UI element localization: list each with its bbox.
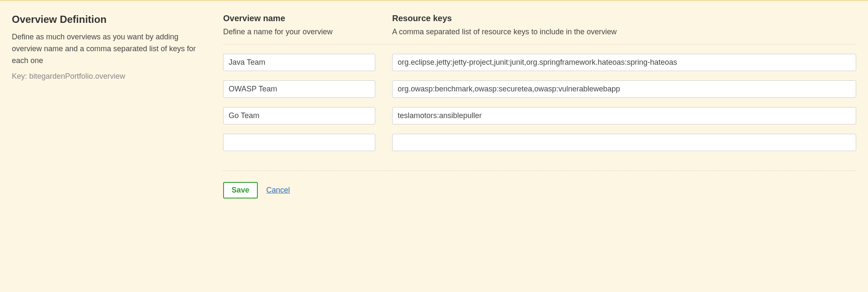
setting-key: Key: bitegardenPortfolio.overview: [12, 72, 206, 81]
column-keys-title: Resource keys: [392, 14, 856, 23]
columns-header: Overview name Define a name for your ove…: [223, 14, 856, 44]
left-panel: Overview Definition Define as much overv…: [12, 14, 206, 198]
column-name-header: Overview name Define a name for your ove…: [223, 14, 375, 36]
divider: [223, 171, 856, 171]
section-description: Define as much overviews as you want by …: [12, 31, 206, 67]
resource-keys-input[interactable]: [392, 54, 856, 71]
right-panel: Overview name Define a name for your ove…: [223, 14, 856, 198]
cancel-link[interactable]: Cancel: [266, 186, 290, 195]
overview-name-input[interactable]: [223, 134, 375, 151]
section-title: Overview Definition: [12, 14, 206, 25]
resource-keys-input[interactable]: [392, 134, 856, 151]
column-keys-header: Resource keys A comma separated list of …: [392, 14, 856, 36]
column-keys-desc: A comma separated list of resource keys …: [392, 28, 856, 36]
save-button[interactable]: Save: [223, 182, 258, 198]
form-row: [223, 107, 856, 124]
settings-container: Overview Definition Define as much overv…: [12, 14, 856, 198]
column-name-title: Overview name: [223, 14, 375, 23]
actions: Save Cancel: [223, 182, 856, 198]
overview-name-input[interactable]: [223, 80, 375, 98]
form-row: [223, 54, 856, 71]
key-prefix: Key:: [12, 72, 29, 80]
overview-name-input[interactable]: [223, 54, 375, 71]
column-name-desc: Define a name for your overview: [223, 28, 375, 36]
overview-name-input[interactable]: [223, 107, 375, 124]
key-value: bitegardenPortfolio.overview: [29, 72, 125, 80]
form-row: [223, 80, 856, 98]
resource-keys-input[interactable]: [392, 107, 856, 124]
resource-keys-input[interactable]: [392, 80, 856, 98]
form-rows: [223, 54, 856, 151]
form-row: [223, 134, 856, 151]
